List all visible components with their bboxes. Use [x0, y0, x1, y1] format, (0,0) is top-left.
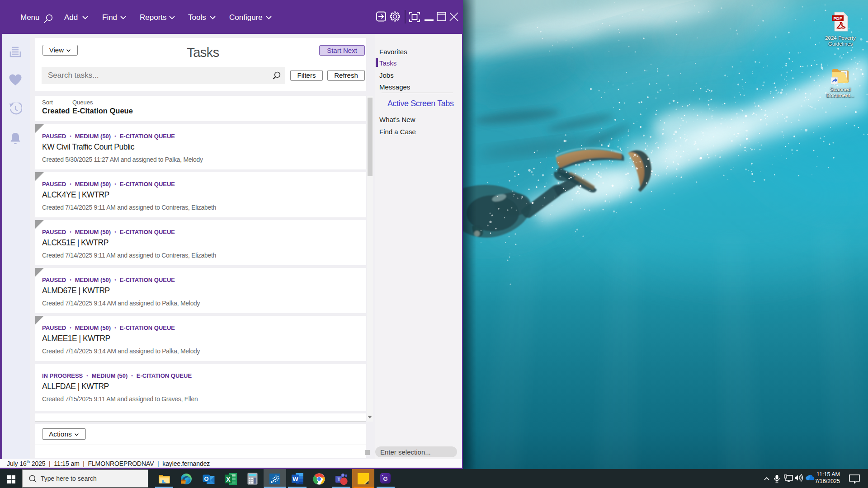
svg-text:O: O: [204, 475, 208, 482]
svg-text:PDF: PDF: [834, 16, 842, 21]
svg-text:G: G: [383, 475, 387, 482]
svg-text:X: X: [226, 476, 231, 483]
svg-text:W: W: [292, 476, 298, 483]
svg-text:T: T: [337, 477, 340, 482]
